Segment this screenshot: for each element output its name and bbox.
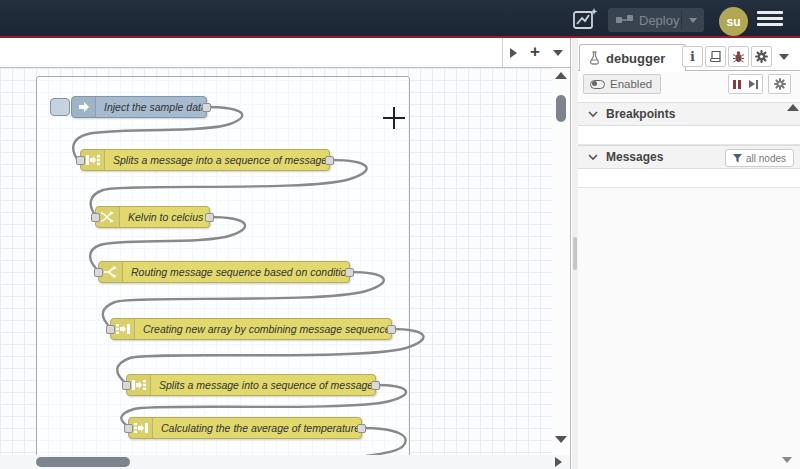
flow-node-switch[interactable]: Routing message sequence based on condit… xyxy=(98,261,350,283)
workspace-column: + Inject the sample data xyxy=(0,38,571,469)
toggle-icon xyxy=(590,80,605,89)
horizontal-scroll-thumb[interactable] xyxy=(36,457,130,467)
user-avatar[interactable]: su xyxy=(719,7,748,36)
flow-list-icon[interactable] xyxy=(553,50,563,56)
sidebar: debugger i Enabled xyxy=(578,38,800,469)
deploy-button[interactable]: Deploy xyxy=(608,8,704,32)
info-icon: i xyxy=(690,49,695,64)
messages-section-header[interactable]: Messages all nodes xyxy=(578,145,800,169)
output-port[interactable] xyxy=(325,156,334,165)
sidebar-tab-bar: debugger i xyxy=(578,44,800,71)
node-label: Inject the sample data xyxy=(96,101,207,113)
flow-tab-bar: + xyxy=(0,38,570,68)
node-label: Kelvin to celcius xyxy=(120,211,203,223)
gear-icon xyxy=(774,78,786,90)
breakpoints-section-header[interactable]: Breakpoints xyxy=(578,102,800,126)
vertical-scroll-thumb[interactable] xyxy=(556,95,566,122)
deploy-divider xyxy=(681,11,682,29)
node-label: Routing message sequence based on condit… xyxy=(123,266,352,278)
input-port[interactable] xyxy=(106,325,115,334)
node-label: Splits a message into a sequence of mess… xyxy=(105,154,335,166)
debugger-enabled-toggle[interactable]: Enabled xyxy=(583,74,661,94)
inject-trigger-button[interactable] xyxy=(50,98,70,116)
inject-icon xyxy=(72,97,96,117)
debugger-toolbar: Enabled xyxy=(578,72,800,100)
step-forward-icon xyxy=(749,80,758,89)
flow-node-split[interactable]: Splits a message into a sequence of mess… xyxy=(80,149,330,171)
debug-messages-tab-button[interactable] xyxy=(728,46,749,67)
header-bar: Deploy su xyxy=(0,0,800,36)
scroll-up-icon[interactable] xyxy=(555,72,567,79)
output-port[interactable] xyxy=(345,268,354,277)
flow-node-inject[interactable]: Inject the sample data xyxy=(71,96,207,118)
pause-button[interactable] xyxy=(728,74,746,94)
help-tab-button[interactable] xyxy=(705,46,726,67)
flow-node-join[interactable]: Creating new array by combining message … xyxy=(110,318,392,340)
filter-label: all nodes xyxy=(746,153,786,164)
node-label: Calculating the the average of temperatu… xyxy=(153,422,360,434)
scroll-tabs-right-icon[interactable] xyxy=(510,48,517,58)
messages-label: Messages xyxy=(606,150,663,164)
deploy-caret-icon[interactable] xyxy=(689,18,697,23)
sidebar-scroll-down-icon[interactable] xyxy=(782,457,792,463)
scroll-down-icon[interactable] xyxy=(555,436,567,443)
step-button[interactable] xyxy=(745,74,763,94)
scroll-right-icon[interactable] xyxy=(555,457,562,467)
breakpoints-list xyxy=(578,127,800,145)
canvas-vertical-scrollbar[interactable] xyxy=(552,68,570,455)
filter-funnel-icon xyxy=(733,154,742,163)
deploy-icon xyxy=(616,14,634,26)
output-port[interactable] xyxy=(387,325,396,334)
menu-icon[interactable] xyxy=(757,11,783,26)
output-port[interactable] xyxy=(357,424,366,433)
tab-debugger[interactable]: debugger xyxy=(579,44,686,71)
debugger-settings-button[interactable] xyxy=(768,74,791,94)
input-port[interactable] xyxy=(124,424,133,433)
input-port[interactable] xyxy=(91,213,100,222)
flow-canvas[interactable]: Inject the sample data Splits a message … xyxy=(0,68,570,455)
output-port[interactable] xyxy=(371,381,380,390)
resize-grip[interactable] xyxy=(573,237,577,270)
flow-node-change[interactable]: Kelvin to celcius xyxy=(95,206,210,228)
chevron-down-icon xyxy=(588,153,598,161)
messages-list xyxy=(578,170,800,188)
input-port[interactable] xyxy=(122,381,131,390)
sidebar-scroll-up-icon[interactable] xyxy=(787,104,799,111)
output-port[interactable] xyxy=(205,213,214,222)
flow-node-split[interactable]: Splits a message into a sequence of mess… xyxy=(126,374,376,396)
sidebar-empty-area xyxy=(578,188,800,469)
node-label: Creating new array by combining message … xyxy=(135,323,390,335)
chevron-down-icon xyxy=(588,110,598,118)
flask-icon xyxy=(589,51,600,65)
deploy-label: Deploy xyxy=(639,13,679,28)
info-tab-button[interactable]: i xyxy=(682,46,703,67)
sidebar-tabs-dropdown-icon[interactable] xyxy=(779,54,789,60)
pause-icon xyxy=(733,80,741,89)
crosshair-cursor xyxy=(393,107,395,129)
input-port[interactable] xyxy=(94,268,103,277)
enabled-label: Enabled xyxy=(610,78,652,90)
input-port[interactable] xyxy=(76,156,85,165)
export-image-icon[interactable] xyxy=(572,6,598,32)
flow-node-join[interactable]: Calculating the the average of temperatu… xyxy=(128,417,362,439)
add-flow-button[interactable]: + xyxy=(530,43,540,60)
book-icon xyxy=(709,50,722,63)
config-nodes-tab-button[interactable] xyxy=(751,46,772,67)
output-port[interactable] xyxy=(202,103,211,112)
tab-debugger-label: debugger xyxy=(606,51,665,66)
node-label: Splits a message into a sequence of mess… xyxy=(151,379,381,391)
gear-icon xyxy=(755,50,768,63)
canvas-horizontal-scrollbar[interactable] xyxy=(0,455,570,469)
message-filter-button[interactable]: all nodes xyxy=(725,149,794,167)
flow-tab-controls: + xyxy=(502,38,570,67)
bug-icon xyxy=(732,50,745,63)
breakpoints-label: Breakpoints xyxy=(606,107,675,121)
